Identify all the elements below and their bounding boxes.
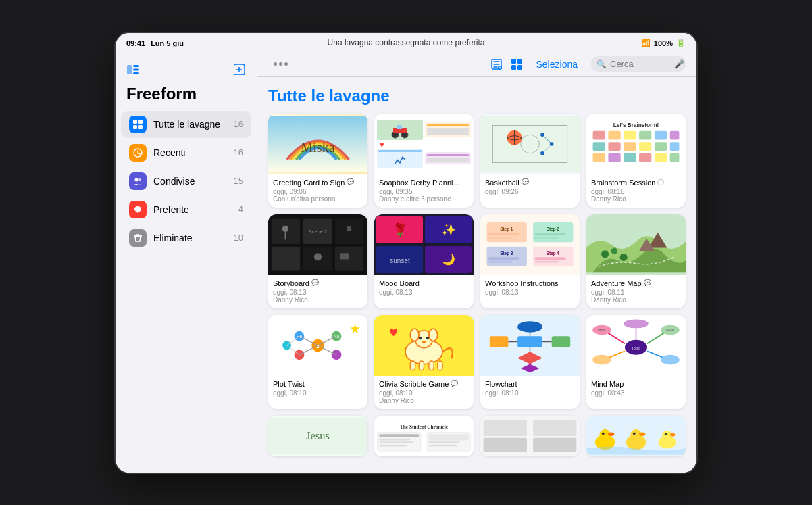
- svg-point-35: [397, 159, 399, 161]
- svg-point-181: [602, 433, 605, 435]
- board-card-workshop[interactable]: Step 1 Step 2 Step 3: [480, 214, 580, 308]
- favorites-label: Preferite: [153, 204, 232, 215]
- search-input[interactable]: [610, 59, 671, 69]
- board-info-flowchart: Flowchart oggi, 08:10: [480, 376, 580, 402]
- board-name-moodboard: Mood Board: [379, 279, 469, 288]
- svg-rect-167: [379, 442, 413, 444]
- svg-rect-83: [487, 222, 527, 242]
- board-thumbnail-ducks: [586, 416, 686, 456]
- svg-rect-66: [655, 153, 667, 162]
- share-icon-storyboard: 💬: [311, 279, 319, 287]
- svg-rect-93: [488, 257, 519, 260]
- svg-rect-129: [419, 361, 424, 370]
- board-info-basketball: Basketball 💬 oggi, 09:26: [480, 174, 580, 200]
- dot-3: [284, 62, 288, 66]
- board-date-greeting: oggi, 09:06: [273, 188, 363, 195]
- board-thumbnail-chronicle: The Student Chronicle: [374, 416, 474, 456]
- svg-rect-134: [517, 336, 542, 347]
- sidebar-header: [116, 57, 257, 85]
- board-thumbnail-workshop: Step 1 Step 2 Step 3: [480, 214, 580, 275]
- wifi-icon: 📶: [641, 39, 651, 47]
- new-board-button[interactable]: [230, 60, 249, 79]
- date-display: Lun 5 giu: [151, 39, 184, 47]
- board-card-plottwist[interactable]: 2 He Na Plot Twist oggi, 08:10: [268, 315, 367, 409]
- svg-point-133: [517, 321, 542, 333]
- board-info-adventure: Adventure Map 💬 oggi, 08:11 Danny Rico: [586, 275, 686, 308]
- svg-text:Miska: Miska: [301, 139, 335, 154]
- board-date-plottwist: oggi, 08:10: [273, 389, 363, 397]
- ipad-frame: 09:41 Lun 5 giu 📶 100% 🔋: [116, 33, 696, 473]
- board-thumbnail-flowchart: [480, 315, 580, 376]
- svg-rect-171: [429, 445, 457, 447]
- svg-rect-7: [133, 120, 137, 124]
- board-name-workshop: Workshop Instructions: [485, 279, 575, 288]
- svg-rect-54: [655, 130, 667, 139]
- board-card-brainstorm[interactable]: Let's Brainstorm!: [586, 114, 686, 208]
- board-card-adventure[interactable]: Adventure Map 💬 oggi, 08:11 Danny Rico: [586, 214, 686, 308]
- board-name-storyboard: Storyboard 💬: [273, 279, 363, 288]
- svg-rect-85: [488, 233, 519, 235]
- sidebar-item-shared[interactable]: Condivise 15: [121, 168, 251, 195]
- svg-point-125: [419, 337, 422, 340]
- svg-rect-64: [624, 153, 636, 162]
- board-card-basketball[interactable]: Basketball 💬 oggi, 09:26: [480, 114, 580, 208]
- grid-view-button[interactable]: [511, 58, 523, 70]
- board-card-greeting[interactable]: Miska Greeting Card to Sign 💬 oggi, 09:0…: [268, 114, 367, 208]
- svg-point-102: [620, 254, 628, 261]
- search-box[interactable]: 🔍 🎤: [591, 56, 686, 72]
- svg-rect-173: [484, 420, 527, 436]
- board-card-something[interactable]: [480, 416, 580, 456]
- svg-point-156: [624, 320, 649, 329]
- svg-point-184: [639, 433, 645, 437]
- board-card-storyboard[interactable]: Scene 2 Storyboard 💬 oggi, 08:1: [268, 214, 367, 308]
- select-button[interactable]: Seleziona: [531, 56, 584, 72]
- boards-container: Tutte le lavagne: [257, 77, 696, 473]
- deleted-label: Eliminate: [153, 233, 227, 243]
- svg-rect-86: [488, 237, 512, 239]
- sidebar: Freeform Tutte le lavagne 16: [116, 52, 257, 473]
- recent-count: 16: [234, 147, 243, 158]
- sidebar-item-all[interactable]: Tutte le lavagne 16: [121, 111, 251, 138]
- dot-2: [279, 62, 282, 66]
- board-card-olivia[interactable]: Olivia Scribble Game 💬 oggi, 08:10 Danny…: [374, 315, 474, 409]
- sidebar-item-recent[interactable]: Recenti 16: [121, 139, 251, 166]
- all-boards-label: Tutte le lavagne: [153, 119, 227, 130]
- content-area: Freeform Tutte le lavagne 16: [116, 52, 696, 473]
- boards-grid: Miska Greeting Card to Sign 💬 oggi, 09:0…: [268, 114, 686, 457]
- svg-rect-89: [535, 233, 566, 235]
- sidebar-item-favorites[interactable]: Preferite 4: [121, 196, 251, 223]
- board-thumbnail-basketball: [480, 114, 580, 174]
- svg-rect-87: [533, 222, 573, 242]
- all-boards-icon: [129, 116, 147, 133]
- board-card-flowchart[interactable]: Flowchart oggi, 08:10: [480, 315, 580, 409]
- share-icon-adventure: 💬: [644, 279, 651, 287]
- sidebar-toggle-button[interactable]: [124, 60, 143, 79]
- svg-line-13: [138, 153, 140, 154]
- time-display: 09:41: [126, 39, 145, 47]
- board-name-plottwist: Plot Twist: [273, 379, 363, 389]
- mic-icon[interactable]: 🎤: [674, 59, 684, 69]
- board-date-brainstorm: oggi, 08:16: [591, 188, 681, 195]
- board-info-brainstorm: Brainstorm Session ◯ oggi, 08:16 Danny R…: [586, 174, 686, 208]
- svg-rect-79: [340, 253, 349, 259]
- svg-rect-27: [511, 65, 516, 70]
- board-thumbnail-soapbox: ♥: [374, 114, 474, 174]
- svg-point-180: [608, 433, 614, 437]
- svg-rect-140: [490, 336, 509, 347]
- svg-rect-60: [655, 142, 667, 151]
- board-card-soapbox[interactable]: ♥ Soapbox Derby Planni... oggi, 09:35 Da…: [374, 114, 474, 208]
- svg-text:sunset: sunset: [390, 257, 410, 264]
- board-card-mindmap[interactable]: Topic: [586, 315, 686, 409]
- svg-point-36: [399, 161, 401, 163]
- board-card-jesus[interactable]: Jesus: [268, 416, 367, 456]
- board-info-moodboard: Mood Board oggi, 08:13: [374, 275, 474, 301]
- board-card-ducks[interactable]: [586, 416, 686, 456]
- compose-button[interactable]: [490, 58, 503, 70]
- board-card-moodboard[interactable]: 🌹 ✨ sunset 🌙 Mood Board: [374, 214, 474, 308]
- board-card-chronicle[interactable]: The Student Chronicle: [374, 416, 474, 456]
- board-info-olivia: Olivia Scribble Game 💬 oggi, 08:10 Danny…: [374, 376, 474, 409]
- board-name-soapbox: Soapbox Derby Planni...: [379, 178, 469, 187]
- sidebar-item-deleted[interactable]: Eliminate 10: [121, 224, 251, 251]
- board-name-mindmap: Mind Map: [591, 379, 681, 389]
- board-info-storyboard: Storyboard 💬 oggi, 08:13 Danny Rico: [268, 275, 367, 308]
